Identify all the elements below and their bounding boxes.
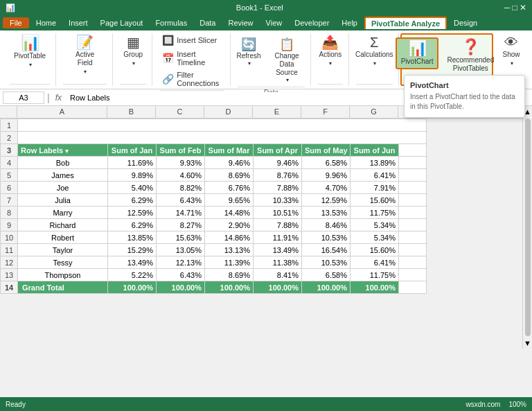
feb-cell[interactable]: 8.27%: [157, 219, 205, 231]
pivottable-analyze-tab[interactable]: PivotTable Analyze: [364, 17, 447, 29]
jun-cell[interactable]: 5.34%: [351, 219, 399, 231]
jan-cell[interactable]: 5.22%: [108, 269, 157, 281]
page-layout-menu[interactable]: Page Layout: [95, 17, 149, 28]
may-cell[interactable]: 16.54%: [302, 244, 351, 256]
data-menu[interactable]: Data: [194, 17, 221, 28]
name-cell[interactable]: Tessy: [18, 256, 108, 269]
scroll-thumb[interactable]: [525, 119, 531, 336]
formulas-menu[interactable]: Formulas: [150, 17, 193, 28]
insert-slicer-button[interactable]: 🔲 Insert Slicer: [159, 33, 224, 47]
developer-menu[interactable]: Developer: [289, 17, 335, 28]
name-cell[interactable]: Joe: [18, 182, 108, 194]
pivottable-button[interactable]: 📊 PivotTable▾: [10, 33, 50, 71]
name-cell[interactable]: Bob: [18, 157, 108, 169]
feb-cell[interactable]: 8.82%: [157, 182, 205, 194]
may-cell[interactable]: 8.46%: [302, 219, 351, 231]
col-header-e[interactable]: E: [253, 106, 301, 118]
jun-cell[interactable]: 7.91%: [351, 182, 399, 194]
may-cell[interactable]: 6.58%: [302, 269, 351, 281]
feb-cell[interactable]: 6.43%: [157, 269, 205, 281]
jan-cell[interactable]: 12.59%: [108, 207, 157, 219]
mar-cell[interactable]: 8.69%: [205, 169, 254, 182]
may-cell[interactable]: 10.53%: [302, 256, 351, 269]
filter-connections-button[interactable]: 🔗 Filter Connections: [159, 69, 224, 89]
feb-cell[interactable]: 14.71%: [157, 207, 205, 219]
col-header-d[interactable]: D: [204, 106, 253, 118]
may-cell[interactable]: 6.58%: [302, 157, 351, 169]
home-menu[interactable]: Home: [30, 17, 62, 28]
apr-cell[interactable]: 9.46%: [254, 157, 302, 169]
name-cell[interactable]: Julia: [18, 194, 108, 207]
name-cell[interactable]: Thompson: [18, 269, 108, 281]
jan-cell[interactable]: 13.49%: [108, 256, 157, 269]
name-cell[interactable]: Richard: [18, 219, 108, 231]
may-cell[interactable]: 4.70%: [302, 182, 351, 194]
apr-cell[interactable]: 7.88%: [254, 219, 302, 231]
jan-cell[interactable]: 13.85%: [108, 231, 157, 244]
design-tab[interactable]: Design: [448, 17, 483, 28]
vertical-scrollbar[interactable]: ▲ ▼: [522, 106, 532, 349]
view-menu[interactable]: View: [260, 17, 288, 28]
cell-ref-input[interactable]: [3, 91, 44, 104]
apr-cell[interactable]: 11.38%: [254, 256, 302, 269]
group-button[interactable]: ▦ Group▾: [119, 33, 147, 69]
jun-cell[interactable]: 11.75%: [351, 207, 399, 219]
may-cell[interactable]: 13.53%: [302, 207, 351, 219]
mar-cell[interactable]: 8.69%: [205, 269, 254, 281]
col-header-f[interactable]: F: [301, 106, 350, 118]
calculations-button[interactable]: Σ Calculations▾: [351, 33, 397, 69]
row-labels-filter[interactable]: ▾: [65, 148, 69, 155]
col-header-b[interactable]: B: [107, 106, 156, 118]
jan-cell[interactable]: 15.29%: [108, 244, 157, 256]
feb-cell[interactable]: 15.63%: [157, 231, 205, 244]
jun-cell[interactable]: 6.41%: [351, 256, 399, 269]
jan-cell[interactable]: 6.29%: [108, 219, 157, 231]
may-cell[interactable]: 12.59%: [302, 194, 351, 207]
apr-cell[interactable]: 10.33%: [254, 194, 302, 207]
mar-cell[interactable]: 9.46%: [205, 157, 254, 169]
name-cell[interactable]: Marry: [18, 207, 108, 219]
apr-cell[interactable]: 10.51%: [254, 207, 302, 219]
apr-cell[interactable]: 8.41%: [254, 269, 302, 281]
mar-cell[interactable]: 14.48%: [205, 207, 254, 219]
help-menu[interactable]: Help: [336, 17, 363, 28]
feb-cell[interactable]: 12.13%: [157, 256, 205, 269]
jun-cell[interactable]: 11.75%: [351, 269, 399, 281]
refresh-button[interactable]: 🔄 Refresh ▾: [235, 36, 263, 69]
mar-cell[interactable]: 9.65%: [205, 194, 254, 207]
apr-cell[interactable]: 8.76%: [254, 169, 302, 182]
jun-cell[interactable]: 15.60%: [351, 194, 399, 207]
feb-cell[interactable]: 4.60%: [157, 169, 205, 182]
apr-cell[interactable]: 11.91%: [254, 231, 302, 244]
may-cell[interactable]: 10.53%: [302, 231, 351, 244]
name-cell[interactable]: Taylor: [18, 244, 108, 256]
change-data-source-button[interactable]: 📋 Change DataSource ▾: [266, 36, 308, 85]
jun-cell[interactable]: 13.89%: [351, 157, 399, 169]
insert-timeline-button[interactable]: 📅 Insert Timeline: [159, 49, 224, 68]
jan-cell[interactable]: 6.29%: [108, 194, 157, 207]
feb-cell[interactable]: 9.93%: [157, 157, 205, 169]
may-cell[interactable]: 9.96%: [302, 169, 351, 182]
jan-cell[interactable]: 11.69%: [108, 157, 157, 169]
col-header-a[interactable]: A: [17, 106, 107, 118]
apr-cell[interactable]: 7.88%: [254, 182, 302, 194]
insert-menu[interactable]: Insert: [63, 17, 94, 28]
recommended-pivottables-button[interactable]: ❓ RecommendedPivotTables: [443, 37, 498, 75]
mar-cell[interactable]: 14.86%: [205, 231, 254, 244]
apr-cell[interactable]: 13.49%: [254, 244, 302, 256]
jan-cell[interactable]: 5.40%: [108, 182, 157, 194]
review-menu[interactable]: Review: [222, 17, 258, 28]
mar-cell[interactable]: 11.39%: [205, 256, 254, 269]
jun-cell[interactable]: 15.60%: [351, 244, 399, 256]
feb-cell[interactable]: 13.05%: [157, 244, 205, 256]
name-cell[interactable]: James: [18, 169, 108, 182]
show-button[interactable]: 👁 Show▾: [497, 33, 525, 69]
name-cell[interactable]: Robert: [18, 231, 108, 244]
feb-cell[interactable]: 6.43%: [157, 194, 205, 207]
jun-cell[interactable]: 5.34%: [351, 231, 399, 244]
active-field-button[interactable]: 📝 Active Field▾: [63, 33, 107, 78]
jun-cell[interactable]: 6.41%: [351, 169, 399, 182]
mar-cell[interactable]: 2.90%: [205, 219, 254, 231]
jan-cell[interactable]: 9.89%: [108, 169, 157, 182]
actions-button[interactable]: 📤 Actions▾: [315, 33, 346, 69]
